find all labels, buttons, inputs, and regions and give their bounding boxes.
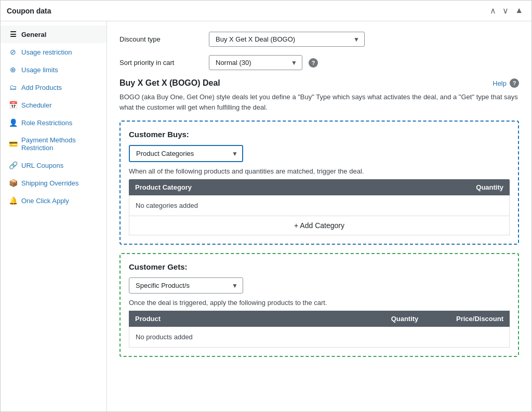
buys-empty-text: No categories added: [136, 202, 198, 209]
sidebar-item-general[interactable]: ☰ General: [1, 25, 107, 43]
sidebar-item-url-coupons[interactable]: 🔗 URL Coupons: [1, 156, 107, 174]
customer-buys-trigger-text: When all of the following products and q…: [129, 167, 510, 175]
collapse-icon[interactable]: ∧: [488, 5, 498, 17]
sort-priority-select-wrapper: Normal (30) ▼: [209, 55, 302, 70]
customer-buys-select-wrapper: Product Categories ▼: [129, 145, 243, 162]
sort-priority-select[interactable]: Normal (30): [209, 55, 302, 70]
sidebar: ☰ General ⊘ Usage restriction ⊕ Usage li…: [1, 21, 107, 411]
usage-restriction-icon: ⊘: [9, 48, 17, 56]
sort-priority-help-icon[interactable]: ?: [309, 58, 318, 68]
buys-col-product-category: Product Category: [135, 183, 441, 191]
customer-gets-select-wrapper: Specific Product/s ▼: [129, 277, 243, 294]
general-icon: ☰: [9, 30, 17, 38]
one-click-apply-icon: 🔔: [9, 196, 17, 205]
customer-buys-select[interactable]: Product Categories: [129, 145, 243, 162]
bogo-help-link[interactable]: Help ?: [493, 78, 519, 88]
sidebar-item-role-restrictions[interactable]: 👤 Role Restrictions: [1, 114, 107, 131]
sidebar-item-usage-limits[interactable]: ⊕ Usage limits: [1, 61, 107, 78]
buys-col-quantity: Quantity: [441, 183, 503, 191]
content-area: Discount type Buy X Get X Deal (BOGO) ▼ …: [107, 21, 531, 411]
shipping-overrides-icon: 📦: [9, 179, 17, 187]
role-restrictions-icon: 👤: [9, 118, 17, 127]
sort-priority-label: Sort priority in cart: [119, 59, 203, 67]
add-products-icon: 🗂: [9, 83, 17, 91]
sidebar-item-label-payment-methods: Payment Methods Restriction: [21, 136, 98, 152]
coupon-data-window: Coupon data ∧ ∨ ▲ ☰ General ⊘ Usage rest…: [0, 0, 532, 412]
gets-table-header: Product Quantity Price/Discount: [129, 311, 510, 327]
sidebar-item-usage-restriction[interactable]: ⊘ Usage restriction: [1, 43, 107, 61]
maximize-icon[interactable]: ▲: [513, 5, 525, 17]
customer-buys-box: Customer Buys: Product Categories ▼ When…: [119, 121, 519, 245]
customer-gets-box: Customer Gets: Specific Product/s ▼ Once…: [119, 253, 519, 357]
sidebar-item-label-usage-limits: Usage limits: [21, 66, 58, 74]
discount-type-label: Discount type: [119, 35, 203, 43]
buys-table-header: Product Category Quantity: [129, 179, 510, 195]
bogo-section-title: Buy X Get X (BOGO) Deal: [119, 78, 220, 88]
sidebar-item-label-one-click-apply: One Click Apply: [21, 197, 69, 205]
expand-icon[interactable]: ∨: [500, 5, 511, 17]
customer-gets-select[interactable]: Specific Product/s: [129, 277, 243, 294]
usage-limits-icon: ⊕: [9, 65, 17, 74]
sidebar-item-label-scheduler: Scheduler: [21, 101, 52, 109]
sidebar-item-label-url-coupons: URL Coupons: [21, 162, 63, 169]
discount-type-select[interactable]: Buy X Get X Deal (BOGO): [209, 32, 365, 47]
sidebar-item-one-click-apply[interactable]: 🔔 One Click Apply: [1, 192, 107, 209]
payment-methods-icon: 💳: [9, 140, 17, 148]
customer-buys-title: Customer Buys:: [129, 130, 510, 139]
gets-col-quantity: Quantity: [379, 315, 431, 323]
gets-table-empty-row: No products added: [129, 327, 510, 348]
url-coupons-icon: 🔗: [9, 161, 17, 169]
sidebar-item-label-usage-restriction: Usage restriction: [21, 48, 72, 56]
sidebar-item-shipping-overrides[interactable]: 📦 Shipping Overrides: [1, 174, 107, 192]
sidebar-item-label-add-products: Add Products: [21, 84, 62, 91]
sidebar-item-scheduler[interactable]: 📅 Scheduler: [1, 96, 107, 114]
add-category-button[interactable]: + Add Category: [129, 216, 510, 235]
bogo-help-label: Help: [493, 79, 507, 87]
discount-type-row: Discount type Buy X Get X Deal (BOGO) ▼: [119, 32, 519, 47]
add-category-label: + Add Category: [294, 221, 344, 230]
customer-gets-title: Customer Gets:: [129, 262, 510, 271]
sidebar-item-label-role-restrictions: Role Restrictions: [21, 119, 72, 127]
title-bar: Coupon data ∧ ∨ ▲: [1, 1, 531, 21]
gets-empty-text: No products added: [136, 333, 193, 341]
gets-col-price-discount: Price/Discount: [431, 315, 503, 323]
gets-col-product: Product: [135, 315, 379, 323]
main-content: ☰ General ⊘ Usage restriction ⊕ Usage li…: [1, 21, 531, 411]
sidebar-item-add-products[interactable]: 🗂 Add Products: [1, 78, 107, 96]
window-title: Coupon data: [7, 7, 51, 15]
scheduler-icon: 📅: [9, 101, 17, 109]
discount-type-select-wrapper: Buy X Get X Deal (BOGO) ▼: [209, 32, 365, 47]
bogo-description: BOGO (aka Buy One, Get One) style deals …: [119, 92, 519, 112]
bogo-section-title-row: Buy X Get X (BOGO) Deal Help ?: [119, 78, 519, 88]
sidebar-item-label-general: General: [21, 31, 46, 38]
sidebar-item-label-shipping-overrides: Shipping Overrides: [21, 179, 79, 187]
bogo-help-icon[interactable]: ?: [510, 78, 519, 88]
window-controls: ∧ ∨ ▲: [488, 5, 525, 17]
customer-gets-trigger-text: Once the deal is triggered, apply the fo…: [129, 299, 510, 307]
sidebar-item-payment-methods-restriction[interactable]: 💳 Payment Methods Restriction: [1, 131, 107, 156]
buys-table-empty-row: No categories added: [129, 195, 510, 216]
sort-priority-row: Sort priority in cart Normal (30) ▼ ?: [119, 55, 519, 70]
